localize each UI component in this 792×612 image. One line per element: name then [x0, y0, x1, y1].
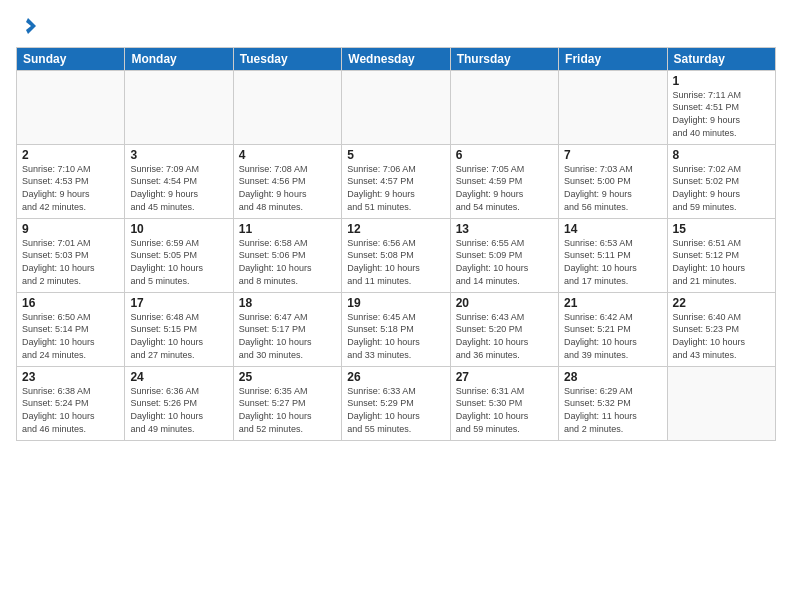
calendar-header-saturday: Saturday: [667, 47, 775, 70]
day-info: Sunrise: 6:56 AM Sunset: 5:08 PM Dayligh…: [347, 237, 444, 287]
day-info: Sunrise: 6:45 AM Sunset: 5:18 PM Dayligh…: [347, 311, 444, 361]
header: [16, 12, 776, 41]
calendar-cell: [233, 70, 341, 144]
day-number: 20: [456, 296, 553, 310]
day-number: 14: [564, 222, 661, 236]
day-info: Sunrise: 7:05 AM Sunset: 4:59 PM Dayligh…: [456, 163, 553, 213]
calendar-week-row: 23Sunrise: 6:38 AM Sunset: 5:24 PM Dayli…: [17, 366, 776, 440]
day-number: 15: [673, 222, 770, 236]
day-info: Sunrise: 7:03 AM Sunset: 5:00 PM Dayligh…: [564, 163, 661, 213]
day-number: 18: [239, 296, 336, 310]
day-info: Sunrise: 6:29 AM Sunset: 5:32 PM Dayligh…: [564, 385, 661, 435]
logo: [16, 16, 38, 41]
day-info: Sunrise: 6:59 AM Sunset: 5:05 PM Dayligh…: [130, 237, 227, 287]
day-number: 22: [673, 296, 770, 310]
day-number: 23: [22, 370, 119, 384]
calendar-cell: 9Sunrise: 7:01 AM Sunset: 5:03 PM Daylig…: [17, 218, 125, 292]
calendar-cell: 4Sunrise: 7:08 AM Sunset: 4:56 PM Daylig…: [233, 144, 341, 218]
day-info: Sunrise: 6:58 AM Sunset: 5:06 PM Dayligh…: [239, 237, 336, 287]
day-number: 25: [239, 370, 336, 384]
day-info: Sunrise: 7:10 AM Sunset: 4:53 PM Dayligh…: [22, 163, 119, 213]
day-info: Sunrise: 6:50 AM Sunset: 5:14 PM Dayligh…: [22, 311, 119, 361]
day-number: 11: [239, 222, 336, 236]
calendar-cell: [667, 366, 775, 440]
calendar-cell: [342, 70, 450, 144]
day-number: 13: [456, 222, 553, 236]
calendar-cell: 5Sunrise: 7:06 AM Sunset: 4:57 PM Daylig…: [342, 144, 450, 218]
page-container: SundayMondayTuesdayWednesdayThursdayFrid…: [0, 0, 792, 449]
calendar-week-row: 1Sunrise: 7:11 AM Sunset: 4:51 PM Daylig…: [17, 70, 776, 144]
calendar-cell: 20Sunrise: 6:43 AM Sunset: 5:20 PM Dayli…: [450, 292, 558, 366]
calendar-header-tuesday: Tuesday: [233, 47, 341, 70]
calendar-cell: 23Sunrise: 6:38 AM Sunset: 5:24 PM Dayli…: [17, 366, 125, 440]
calendar-table: SundayMondayTuesdayWednesdayThursdayFrid…: [16, 47, 776, 441]
calendar-cell: 12Sunrise: 6:56 AM Sunset: 5:08 PM Dayli…: [342, 218, 450, 292]
day-info: Sunrise: 6:38 AM Sunset: 5:24 PM Dayligh…: [22, 385, 119, 435]
day-number: 16: [22, 296, 119, 310]
logo-icon: [18, 16, 38, 36]
day-number: 27: [456, 370, 553, 384]
day-info: Sunrise: 6:40 AM Sunset: 5:23 PM Dayligh…: [673, 311, 770, 361]
day-info: Sunrise: 7:02 AM Sunset: 5:02 PM Dayligh…: [673, 163, 770, 213]
calendar-cell: 27Sunrise: 6:31 AM Sunset: 5:30 PM Dayli…: [450, 366, 558, 440]
day-info: Sunrise: 7:06 AM Sunset: 4:57 PM Dayligh…: [347, 163, 444, 213]
calendar-cell: [450, 70, 558, 144]
calendar-cell: 24Sunrise: 6:36 AM Sunset: 5:26 PM Dayli…: [125, 366, 233, 440]
calendar-cell: 28Sunrise: 6:29 AM Sunset: 5:32 PM Dayli…: [559, 366, 667, 440]
day-info: Sunrise: 6:36 AM Sunset: 5:26 PM Dayligh…: [130, 385, 227, 435]
calendar-header-sunday: Sunday: [17, 47, 125, 70]
svg-marker-0: [26, 18, 36, 34]
calendar-header-row: SundayMondayTuesdayWednesdayThursdayFrid…: [17, 47, 776, 70]
day-number: 19: [347, 296, 444, 310]
day-number: 1: [673, 74, 770, 88]
day-number: 3: [130, 148, 227, 162]
day-info: Sunrise: 6:42 AM Sunset: 5:21 PM Dayligh…: [564, 311, 661, 361]
day-info: Sunrise: 6:47 AM Sunset: 5:17 PM Dayligh…: [239, 311, 336, 361]
calendar-cell: 18Sunrise: 6:47 AM Sunset: 5:17 PM Dayli…: [233, 292, 341, 366]
calendar-cell: 26Sunrise: 6:33 AM Sunset: 5:29 PM Dayli…: [342, 366, 450, 440]
calendar-cell: 21Sunrise: 6:42 AM Sunset: 5:21 PM Dayli…: [559, 292, 667, 366]
day-info: Sunrise: 6:33 AM Sunset: 5:29 PM Dayligh…: [347, 385, 444, 435]
day-info: Sunrise: 6:43 AM Sunset: 5:20 PM Dayligh…: [456, 311, 553, 361]
calendar-cell: 1Sunrise: 7:11 AM Sunset: 4:51 PM Daylig…: [667, 70, 775, 144]
day-number: 24: [130, 370, 227, 384]
day-number: 2: [22, 148, 119, 162]
calendar-header-friday: Friday: [559, 47, 667, 70]
calendar-week-row: 9Sunrise: 7:01 AM Sunset: 5:03 PM Daylig…: [17, 218, 776, 292]
calendar-cell: 11Sunrise: 6:58 AM Sunset: 5:06 PM Dayli…: [233, 218, 341, 292]
day-number: 21: [564, 296, 661, 310]
day-info: Sunrise: 6:51 AM Sunset: 5:12 PM Dayligh…: [673, 237, 770, 287]
day-number: 7: [564, 148, 661, 162]
day-number: 6: [456, 148, 553, 162]
calendar-header-monday: Monday: [125, 47, 233, 70]
calendar-cell: 25Sunrise: 6:35 AM Sunset: 5:27 PM Dayli…: [233, 366, 341, 440]
day-number: 12: [347, 222, 444, 236]
calendar-cell: 13Sunrise: 6:55 AM Sunset: 5:09 PM Dayli…: [450, 218, 558, 292]
calendar-cell: 2Sunrise: 7:10 AM Sunset: 4:53 PM Daylig…: [17, 144, 125, 218]
calendar-cell: [125, 70, 233, 144]
day-number: 28: [564, 370, 661, 384]
day-number: 10: [130, 222, 227, 236]
calendar-cell: 6Sunrise: 7:05 AM Sunset: 4:59 PM Daylig…: [450, 144, 558, 218]
calendar-cell: 7Sunrise: 7:03 AM Sunset: 5:00 PM Daylig…: [559, 144, 667, 218]
day-number: 4: [239, 148, 336, 162]
calendar-cell: 10Sunrise: 6:59 AM Sunset: 5:05 PM Dayli…: [125, 218, 233, 292]
day-number: 17: [130, 296, 227, 310]
calendar-header-thursday: Thursday: [450, 47, 558, 70]
day-info: Sunrise: 7:01 AM Sunset: 5:03 PM Dayligh…: [22, 237, 119, 287]
calendar-week-row: 16Sunrise: 6:50 AM Sunset: 5:14 PM Dayli…: [17, 292, 776, 366]
day-number: 26: [347, 370, 444, 384]
day-info: Sunrise: 6:48 AM Sunset: 5:15 PM Dayligh…: [130, 311, 227, 361]
calendar-cell: 15Sunrise: 6:51 AM Sunset: 5:12 PM Dayli…: [667, 218, 775, 292]
day-info: Sunrise: 6:55 AM Sunset: 5:09 PM Dayligh…: [456, 237, 553, 287]
calendar-cell: 8Sunrise: 7:02 AM Sunset: 5:02 PM Daylig…: [667, 144, 775, 218]
calendar-cell: 3Sunrise: 7:09 AM Sunset: 4:54 PM Daylig…: [125, 144, 233, 218]
calendar-cell: 16Sunrise: 6:50 AM Sunset: 5:14 PM Dayli…: [17, 292, 125, 366]
day-info: Sunrise: 6:53 AM Sunset: 5:11 PM Dayligh…: [564, 237, 661, 287]
day-info: Sunrise: 7:08 AM Sunset: 4:56 PM Dayligh…: [239, 163, 336, 213]
day-info: Sunrise: 7:09 AM Sunset: 4:54 PM Dayligh…: [130, 163, 227, 213]
day-info: Sunrise: 7:11 AM Sunset: 4:51 PM Dayligh…: [673, 89, 770, 139]
calendar-header-wednesday: Wednesday: [342, 47, 450, 70]
day-info: Sunrise: 6:31 AM Sunset: 5:30 PM Dayligh…: [456, 385, 553, 435]
day-number: 8: [673, 148, 770, 162]
